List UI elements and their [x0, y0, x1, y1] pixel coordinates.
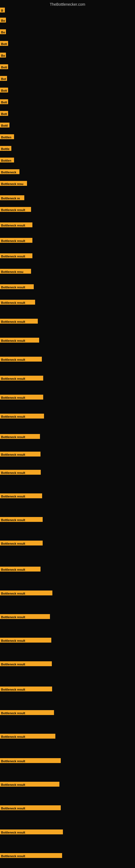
bottleneck-result-item: Bottleneck result [0, 319, 38, 323]
bottleneck-result-item: Bott [0, 111, 8, 116]
bottleneck-result-item: Bottleneck result [0, 376, 43, 380]
bottleneck-result-item: Bottleneck result [0, 517, 43, 522]
bottleneck-result-item: Bottlen [0, 134, 14, 139]
bottleneck-result-item: Bott [0, 99, 8, 104]
bottleneck-result-item: Bottl [0, 123, 9, 127]
bottleneck-result-item: Bottleneck result [0, 452, 41, 457]
bottleneck-result-item: Bottleneck result [0, 338, 39, 343]
bottleneck-result-item: Bottleneck result [0, 567, 41, 571]
bottleneck-result-item: Bottle [0, 146, 11, 151]
bottleneck-result-item: Bottleneck result [0, 357, 42, 362]
bottleneck-result-item: Bottleneck result [0, 395, 43, 400]
bottleneck-result-item: Bottleneck result [0, 300, 35, 305]
bottleneck-result-item: Bottleneck result [0, 238, 32, 243]
bottleneck-result-item: Bottleneck result [0, 470, 41, 475]
bottleneck-result-item: Bottleneck result [0, 253, 32, 258]
bottleneck-result-item: Bottleneck result [0, 207, 31, 212]
bottleneck-result-item: Bo [0, 29, 6, 34]
bottleneck-result-item: Bottleneck result [0, 222, 32, 227]
bottleneck-result-item: Bott [0, 41, 8, 46]
bottleneck-result-item: Bottleneck resu [0, 269, 31, 274]
bottleneck-result-item: Bottleneck result [0, 710, 54, 715]
bottleneck-result-item: Bottleneck result [0, 590, 52, 595]
bottleneck-result-item: Bottleneck result [0, 614, 50, 619]
bottleneck-result-item: Bottleneck resu [0, 181, 27, 186]
site-title: TheBottlenecker.com [50, 2, 85, 6]
bottleneck-result-item: Bottleneck result [0, 661, 52, 666]
bottleneck-result-item: Bottleneck result [0, 734, 55, 739]
bottleneck-result-item: Bottleneck result [0, 540, 43, 546]
bottleneck-result-item: Bott [0, 88, 8, 93]
bottleneck-result-item: Bottleneck result [0, 284, 34, 289]
bottleneck-result-item: Bottleneck result [0, 686, 52, 691]
bottleneck-result-item: Bott [0, 64, 8, 69]
bottleneck-result-item: Bottleneck result [0, 758, 61, 763]
bottleneck-result-item: B [0, 8, 5, 12]
bottleneck-result-item: Bottleneck result [0, 414, 44, 418]
bottleneck-result-item: Bottleneck result [0, 805, 61, 810]
bottleneck-result-item: Bo [0, 18, 6, 23]
bottleneck-result-item: Bottleneck result [0, 853, 62, 858]
bottleneck-result-item: Bottlen [0, 158, 14, 162]
bottleneck-result-item: Bo [0, 53, 6, 58]
bottleneck-result-item: Bot [0, 76, 7, 81]
bottleneck-result-item: Bottleneck result [0, 782, 59, 786]
bottleneck-result-item: Bottleneck re [0, 195, 24, 200]
bottleneck-result-item: Bottleneck result [0, 434, 40, 439]
bottleneck-result-item: Bottleneck [0, 169, 19, 174]
bottleneck-result-item: Bottleneck result [0, 830, 63, 834]
bottleneck-result-item: Bottleneck result [0, 493, 42, 498]
bottleneck-result-item: Bottleneck result [0, 638, 51, 643]
